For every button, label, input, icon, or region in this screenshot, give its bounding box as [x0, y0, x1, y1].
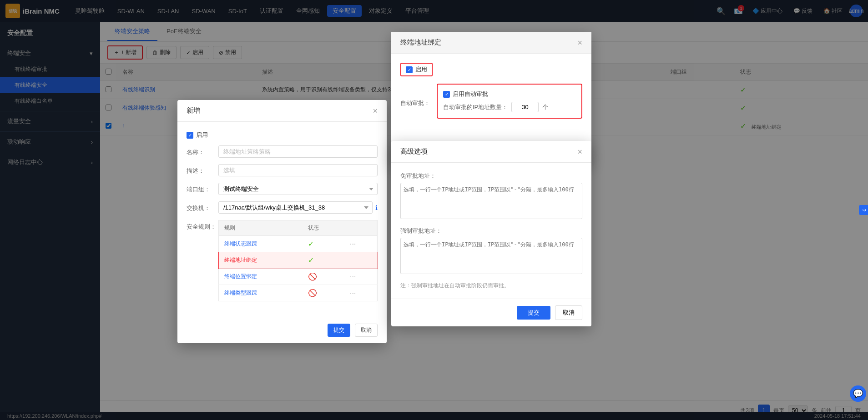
switch-label: 交换机： [187, 201, 218, 212]
add-submit-button[interactable]: 提交 [328, 324, 350, 337]
bind-modal-header: 终端地址绑定 × [391, 32, 591, 54]
rule-status-1: ✓ [303, 236, 344, 252]
bind-enable-checkbox-label[interactable]: ✓ 启用 [406, 65, 427, 74]
auto-approve-checkbox-icon: ✓ [443, 91, 450, 98]
rule-row-1: 终端状态跟踪 ✓ ··· [219, 236, 378, 252]
ip-count-unit: 个 [542, 103, 548, 111]
name-input[interactable] [218, 145, 378, 158]
rule-name-4: 终端类型跟踪 [219, 285, 303, 301]
ip-count-input[interactable] [511, 102, 539, 112]
advanced-modal: 高级选项 × 免审批地址： 强制审批地址： 注：强制审批地址在自动审批阶段仍需审… [391, 141, 591, 326]
rules-label: 安全规则： [187, 220, 218, 231]
ip-count-label: 自动审批的IP地址数量： [443, 103, 508, 111]
bind-enable-checkbox-icon: ✓ [406, 66, 413, 73]
name-label: 名称： [187, 145, 218, 156]
force-label: 强制审批地址： [400, 227, 582, 235]
add-modal-header: 新增 × [177, 100, 387, 122]
add-modal-footer: 提交 取消 [177, 317, 387, 343]
desc-row: 描述： [187, 164, 378, 176]
switch-row: 交换机： /117nac/默认组/wky桌上交换机_31_38 ℹ [187, 201, 378, 214]
rule-row-3: 终端位置绑定 🚫 ··· [219, 269, 378, 285]
advanced-modal-close[interactable]: × [577, 148, 582, 156]
rules-control: 规则 状态 终端状态跟踪 ✓ ··· 终端地址绑定 ✓ [218, 220, 378, 301]
rule-row-4: 终端类型跟踪 🚫 ··· [219, 285, 378, 301]
auto-approve-checkbox-label[interactable]: ✓ 启用自动审批 [443, 90, 576, 98]
help-button[interactable]: ? [859, 205, 868, 215]
info-icon: ℹ [375, 204, 378, 211]
auto-approve-row: 自动审批： ✓ 启用自动审批 自动审批的IP地址数量： 个 [400, 84, 582, 122]
add-modal: 新增 × ✓ 启用 名称： 描述： 端口组： 测试终端安全 [177, 100, 387, 343]
rule-action-1: ··· [344, 236, 377, 252]
advanced-submit-button[interactable]: 提交 [517, 306, 550, 320]
portgroup-select[interactable]: 测试终端安全 [218, 183, 378, 195]
ip-count-row: 自动审批的IP地址数量： 个 [443, 102, 576, 112]
exempt-section: 免审批地址： [400, 172, 582, 220]
exempt-textarea[interactable] [400, 183, 582, 219]
portgroup-label: 端口组： [187, 183, 218, 194]
add-modal-close[interactable]: × [373, 107, 378, 115]
advanced-modal-title: 高级选项 [400, 147, 428, 156]
rules-col-status: 状态 [303, 220, 344, 236]
rules-row: 安全规则： 规则 状态 终端状态跟踪 ✓ ··· [187, 220, 378, 301]
auto-approve-label: 自动审批： [400, 99, 437, 107]
add-modal-body: ✓ 启用 名称： 描述： 端口组： 测试终端安全 交换机： [177, 122, 387, 317]
exempt-label: 免审批地址： [400, 172, 582, 180]
rules-col-rule: 规则 [219, 220, 303, 236]
rule-name-3: 终端位置绑定 [219, 269, 303, 285]
portgroup-row: 端口组： 测试终端安全 [187, 183, 378, 195]
add-enable-checkbox-label[interactable]: ✓ 启用 [187, 131, 378, 139]
advanced-modal-header: 高级选项 × [391, 141, 591, 163]
advanced-modal-body: 免审批地址： 强制审批地址： 注：强制审批地址在自动审批阶段仍需审批。 [391, 163, 591, 299]
desc-label: 描述： [187, 164, 218, 175]
rule-name-1: 终端状态跟踪 [219, 236, 303, 252]
rule-action-4: ··· [344, 285, 377, 301]
portgroup-control: 测试终端安全 [218, 183, 378, 195]
rules-col-action [344, 220, 377, 236]
rule-action-3: ··· [344, 269, 377, 285]
advanced-cancel-button[interactable]: 取消 [555, 305, 582, 320]
name-row: 名称： [187, 145, 378, 158]
adv-note: 注：强制审批地址在自动审批阶段仍需审批。 [400, 282, 582, 290]
switch-select[interactable]: /117nac/默认组/wky桌上交换机_31_38 [218, 201, 373, 214]
bind-modal-title: 终端地址绑定 [400, 38, 441, 47]
rule-status-2: ✓ [303, 252, 344, 269]
bind-modal-body: ✓ 启用 自动审批： ✓ 启用自动审批 自动审批的IP地址数量： 个 [391, 54, 591, 138]
bind-modal-close[interactable]: × [577, 39, 582, 47]
rule-action-2 [344, 252, 377, 269]
rules-table: 规则 状态 终端状态跟踪 ✓ ··· 终端地址绑定 ✓ [218, 220, 378, 301]
auto-approve-control: ✓ 启用自动审批 自动审批的IP地址数量： 个 [437, 84, 582, 122]
desc-control [218, 164, 378, 176]
add-cancel-button[interactable]: 取消 [355, 324, 378, 337]
rule-status-4: 🚫 [303, 285, 344, 301]
add-enable-checkbox-icon: ✓ [187, 132, 193, 139]
add-modal-title: 新增 [187, 106, 200, 115]
force-section: 强制审批地址： [400, 227, 582, 275]
rule-name-2: 终端地址绑定 [219, 252, 303, 269]
force-textarea[interactable] [400, 238, 582, 274]
rule-row-2-highlighted: 终端地址绑定 ✓ [219, 252, 378, 269]
desc-input[interactable] [218, 164, 378, 176]
rule-status-3: 🚫 [303, 269, 344, 285]
switch-control: /117nac/默认组/wky桌上交换机_31_38 ℹ [218, 201, 378, 214]
advanced-modal-footer: 提交 取消 [391, 299, 591, 326]
chat-button[interactable]: 💬 [850, 385, 866, 402]
name-control [218, 145, 378, 158]
